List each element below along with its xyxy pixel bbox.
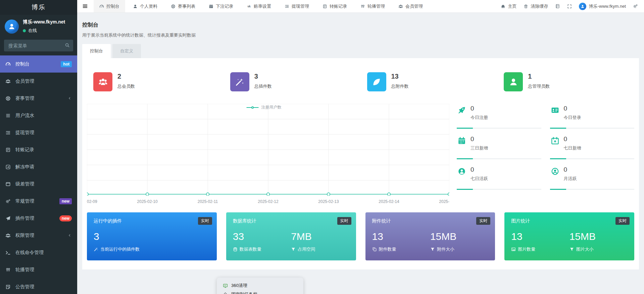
sidebar-menu: 控制台hot会员管理赛事管理用户流水提现管理转账记录解冻申请级差管理常规管理ne… xyxy=(0,55,77,294)
topbar-tab[interactable]: 提现管理 xyxy=(279,0,315,12)
list-indent-icon xyxy=(285,4,289,9)
x-axis-label: 2025-02-09 xyxy=(87,199,97,204)
sidebar-item[interactable]: 在线命令管理 xyxy=(0,244,77,261)
settings-button[interactable] xyxy=(633,4,638,9)
calendar-plus-icon xyxy=(551,136,559,145)
user-name: 博乐-www.fkym.net xyxy=(23,19,65,25)
home-link[interactable]: 主页 xyxy=(501,3,516,9)
sidebar-item[interactable]: 轮播管理 xyxy=(0,261,77,278)
topbar-tab[interactable]: 赛事列表 xyxy=(165,0,201,12)
sidebar-item[interactable]: 提现管理 xyxy=(0,124,77,141)
note-icon xyxy=(5,284,11,290)
binoculars-icon xyxy=(360,4,365,9)
sidebar-item[interactable]: 会员管理 xyxy=(0,73,77,90)
sidebar-item-label: 赛事管理 xyxy=(15,95,34,101)
sidebar-item[interactable]: 常规管理new xyxy=(0,193,77,210)
terminal-icon xyxy=(5,250,11,255)
summary-card: 数据库统计实时33数据表数量7MB占用空间 xyxy=(226,212,356,260)
page-tab[interactable]: 控制台 xyxy=(82,44,111,58)
rocket-icon xyxy=(457,106,466,115)
rocket-icon xyxy=(457,105,467,129)
money-icon xyxy=(323,4,327,9)
sidebar-item[interactable]: 插件管理new xyxy=(0,210,77,227)
topbar-tab[interactable]: 个人资料 xyxy=(127,0,163,12)
mini-stat: 0今日注册 xyxy=(457,104,541,129)
card-metric: 33数据表数量 xyxy=(233,231,291,252)
list-indent-icon xyxy=(5,130,11,135)
sidebar-item[interactable]: 赛事管理 xyxy=(0,90,77,107)
topbar: 控制台个人资料赛事列表下注记录vk赔率设置提现管理转账记录轮播管理会员管理 主页… xyxy=(77,0,644,13)
search-input[interactable] xyxy=(4,40,73,51)
mini-stat: 0七日新增 xyxy=(550,134,635,159)
mini-stats-grid: 0今日注册0今日登录0三日新增0七日新增0七日活跃0月活跃 xyxy=(457,104,634,205)
image-icon xyxy=(511,247,516,252)
calendar-icon xyxy=(457,136,466,145)
mini-stat-label: 今日登录 xyxy=(564,115,581,121)
pin-icon xyxy=(222,292,228,294)
sidebar-item[interactable]: 转账记录 xyxy=(0,141,77,158)
user-icon xyxy=(509,77,518,87)
list-indent-icon xyxy=(285,4,289,9)
chart-legend: 注册用户数 xyxy=(247,104,282,110)
database-icon xyxy=(233,247,238,252)
image-icon xyxy=(511,247,516,252)
mini-stat-value: 0 xyxy=(564,166,577,173)
chevron-left-icon xyxy=(67,96,72,100)
page-tab-label: 自定义 xyxy=(120,48,133,53)
logs-button[interactable] xyxy=(555,4,560,9)
stat-box: 3总插件数 xyxy=(224,72,361,91)
user-status: 在线 xyxy=(23,28,65,34)
user-panel: 博乐-www.fkym.net 在线 xyxy=(0,15,77,38)
card-metric-label: 当前运行中的插件数 xyxy=(100,246,140,252)
topbar-tab[interactable]: 轮播管理 xyxy=(355,0,391,12)
users-icon xyxy=(5,79,11,84)
avatar xyxy=(5,19,19,34)
mini-stat-label: 月活跃 xyxy=(564,176,577,182)
user-menu[interactable]: 博乐-www.fkym.net xyxy=(579,3,626,10)
fullscreen-button[interactable] xyxy=(567,4,572,9)
card-title: 运行中的插件 xyxy=(94,218,210,224)
topbar-tab[interactable]: 控制台 xyxy=(94,0,125,12)
stat-box: 13总附件数 xyxy=(361,72,498,91)
sidebar-item[interactable]: 公告管理 xyxy=(0,278,77,294)
summary-card: 运行中的插件实时3当前运行中的插件数 xyxy=(87,212,217,260)
sidebar-item-label: 在线命令管理 xyxy=(15,250,44,256)
sidebar-item[interactable]: 用户流水 xyxy=(0,107,77,124)
context-menu-item[interactable]: 固定到任务栏 xyxy=(217,290,303,294)
card-metric-value: 7MB xyxy=(291,231,349,242)
topbar-tab[interactable]: 转账记录 xyxy=(317,0,353,12)
sidebar-item[interactable]: 级差管理 xyxy=(0,175,77,193)
copy-icon xyxy=(372,247,377,252)
context-menu-item[interactable]: 360清理 xyxy=(217,281,303,290)
mini-stat: 0月活跃 xyxy=(550,165,635,190)
list-icon xyxy=(5,113,11,118)
topbar-right: 主页 清除缓存 博乐-www.fkym.net xyxy=(501,0,644,12)
page-tab[interactable]: 自定义 xyxy=(112,44,141,58)
menu-toggle-button[interactable] xyxy=(77,0,93,12)
search-icon xyxy=(65,43,70,48)
mini-stat-value: 0 xyxy=(470,166,488,173)
x-axis-label: 2025-02-12 xyxy=(258,199,278,204)
search-icon[interactable] xyxy=(65,43,70,48)
share-icon xyxy=(5,164,11,170)
sidebar-item[interactable]: 解冻申请 xyxy=(0,158,77,175)
list-icon xyxy=(5,113,11,118)
mini-stat: 0三日新增 xyxy=(457,134,541,159)
user-icon xyxy=(133,4,138,9)
mini-stat-label: 七日活跃 xyxy=(470,176,488,182)
sidebar-item[interactable]: 权限管理 xyxy=(0,227,77,244)
topbar-tab[interactable]: vk赔率设置 xyxy=(241,0,277,12)
notebook-icon xyxy=(555,4,560,9)
sidebar-item[interactable]: 控制台hot xyxy=(0,55,77,73)
sidebar-item-label: 常规管理 xyxy=(15,198,34,204)
bars-icon xyxy=(82,3,88,9)
topbar-tab[interactable]: 下注记录 xyxy=(203,0,239,12)
binoculars-icon xyxy=(5,267,11,272)
topbar-tab-label: 控制台 xyxy=(106,3,119,9)
user-circle-outline-icon xyxy=(551,167,559,176)
topbar-tab[interactable]: 会员管理 xyxy=(393,0,429,12)
summary-card: 图片统计实时13图片数量15MB图片大小 xyxy=(504,212,634,260)
stat-value: 13 xyxy=(391,73,409,80)
clear-cache-link[interactable]: 清除缓存 xyxy=(524,3,548,9)
vk-icon: vk xyxy=(247,4,251,9)
